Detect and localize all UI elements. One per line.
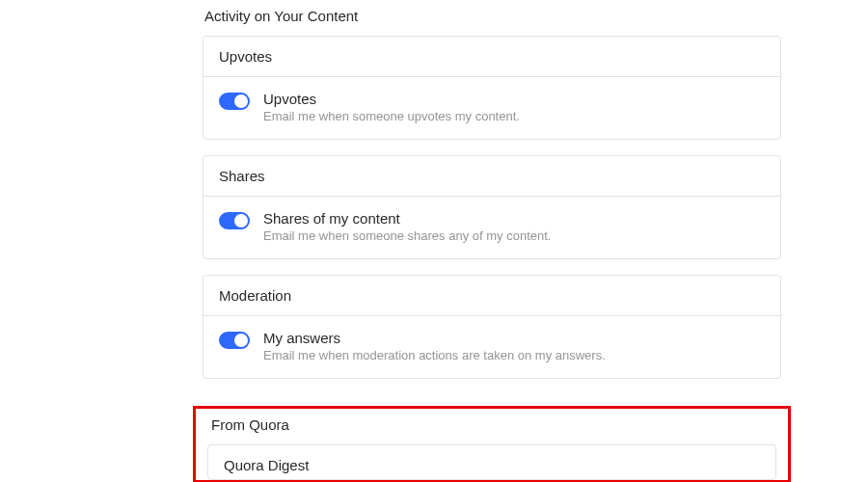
toggle-knob-icon bbox=[234, 94, 248, 108]
upvotes-card-header: Upvotes bbox=[203, 37, 780, 77]
from-quora-section-title: From Quora bbox=[209, 416, 776, 433]
shares-card: Shares Shares of my content Email me whe… bbox=[203, 155, 781, 259]
shares-toggle[interactable] bbox=[219, 212, 250, 229]
upvotes-item-text: Upvotes Email me when someone upvotes my… bbox=[263, 91, 520, 123]
shares-item-text: Shares of my content Email me when someo… bbox=[263, 210, 551, 243]
shares-item-desc: Email me when someone shares any of my c… bbox=[263, 228, 551, 243]
shares-item-label: Shares of my content bbox=[263, 210, 551, 227]
moderation-item-text: My answers Email me when moderation acti… bbox=[263, 330, 606, 362]
upvotes-card: Upvotes Upvotes Email me when someone up… bbox=[203, 36, 781, 140]
moderation-card-body: My answers Email me when moderation acti… bbox=[203, 316, 780, 378]
upvotes-card-body: Upvotes Email me when someone upvotes my… bbox=[203, 77, 780, 139]
toggle-knob-icon bbox=[234, 334, 248, 347]
activity-section: Activity on Your Content Upvotes Upvotes… bbox=[203, 8, 781, 379]
activity-section-title: Activity on Your Content bbox=[203, 8, 781, 24]
moderation-item-label: My answers bbox=[263, 330, 606, 346]
moderation-card-header: Moderation bbox=[203, 276, 780, 316]
quora-digest-card-header: Quora Digest bbox=[208, 445, 775, 479]
upvotes-toggle[interactable] bbox=[219, 93, 250, 110]
upvotes-item-label: Upvotes bbox=[263, 91, 520, 107]
shares-card-header: Shares bbox=[203, 156, 780, 197]
shares-card-body: Shares of my content Email me when someo… bbox=[203, 197, 780, 258]
toggle-knob-icon bbox=[234, 214, 248, 228]
from-quora-highlight: From Quora Quora Digest bbox=[193, 406, 791, 482]
moderation-toggle[interactable] bbox=[219, 332, 250, 349]
moderation-card: Moderation My answers Email me when mode… bbox=[203, 275, 781, 379]
moderation-item-desc: Email me when moderation actions are tak… bbox=[263, 348, 606, 362]
upvotes-item-desc: Email me when someone upvotes my content… bbox=[263, 109, 520, 123]
quora-digest-card: Quora Digest bbox=[207, 444, 776, 480]
